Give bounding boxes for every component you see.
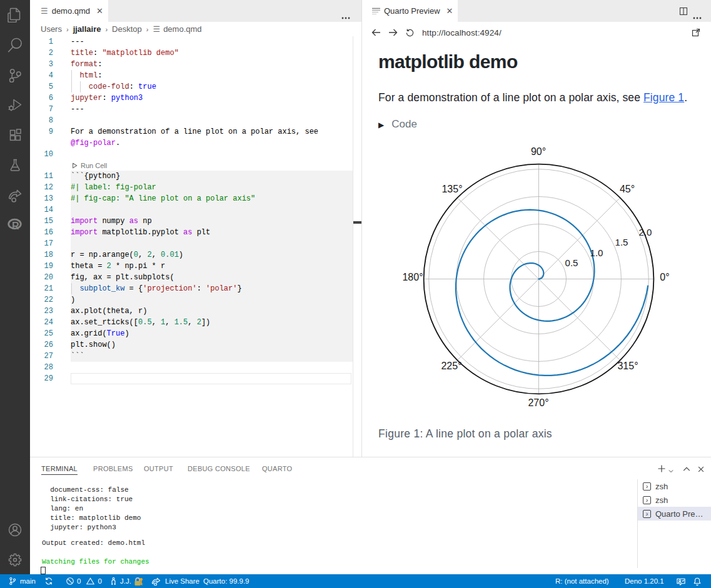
svg-text:1.0: 1.0 <box>590 247 603 258</box>
svg-text:225°: 225° <box>441 361 461 371</box>
svg-text:2.0: 2.0 <box>639 227 652 237</box>
svg-text:270°: 270° <box>528 397 548 408</box>
svg-text:315°: 315° <box>617 361 638 371</box>
svg-text:90°: 90° <box>531 146 546 157</box>
svg-text:0.5: 0.5 <box>565 257 578 268</box>
svg-text:45°: 45° <box>620 184 635 194</box>
svg-text:R: R <box>12 221 19 231</box>
svg-text:1.5: 1.5 <box>615 237 628 247</box>
svg-text:180°: 180° <box>402 272 423 282</box>
svg-text:0°: 0° <box>660 272 669 282</box>
svg-text:135°: 135° <box>441 184 462 194</box>
